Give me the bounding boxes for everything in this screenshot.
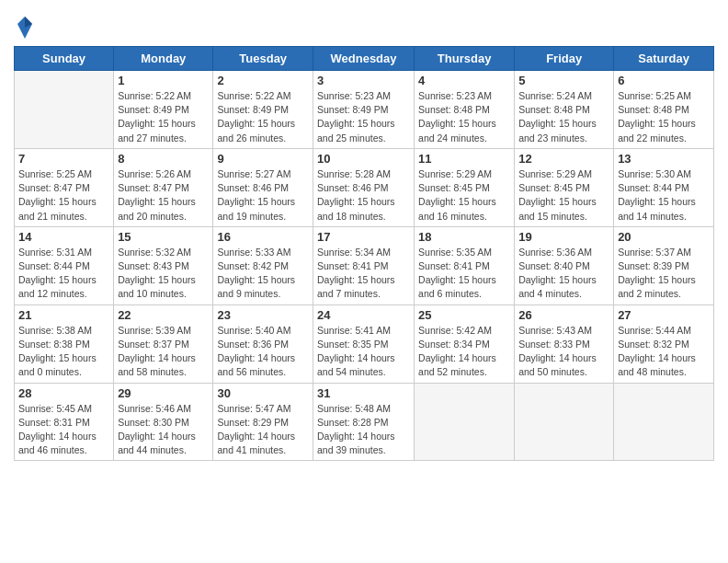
logo bbox=[14, 15, 38, 40]
day-info: Sunrise: 5:27 AM Sunset: 8:46 PM Dayligh… bbox=[217, 167, 309, 224]
day-info: Sunrise: 5:36 AM Sunset: 8:40 PM Dayligh… bbox=[518, 246, 609, 302]
day-number: 22 bbox=[118, 308, 209, 322]
calendar-cell: 2Sunrise: 5:22 AM Sunset: 8:49 PM Daylig… bbox=[213, 71, 313, 149]
calendar-cell: 20Sunrise: 5:37 AM Sunset: 8:39 PM Dayli… bbox=[614, 226, 714, 304]
calendar-header-row: SundayMondayTuesdayWednesdayThursdayFrid… bbox=[15, 47, 714, 71]
calendar-week-row: 1Sunrise: 5:22 AM Sunset: 8:49 PM Daylig… bbox=[15, 71, 714, 149]
calendar-cell: 26Sunrise: 5:43 AM Sunset: 8:33 PM Dayli… bbox=[515, 304, 614, 383]
calendar-cell: 10Sunrise: 5:28 AM Sunset: 8:46 PM Dayli… bbox=[313, 148, 414, 226]
calendar-cell: 1Sunrise: 5:22 AM Sunset: 8:49 PM Daylig… bbox=[114, 71, 213, 149]
calendar-week-row: 7Sunrise: 5:25 AM Sunset: 8:47 PM Daylig… bbox=[15, 148, 714, 226]
day-info: Sunrise: 5:41 AM Sunset: 8:35 PM Dayligh… bbox=[317, 324, 410, 380]
day-of-week-header: Sunday bbox=[15, 47, 114, 71]
day-number: 10 bbox=[317, 152, 410, 166]
day-of-week-header: Monday bbox=[114, 47, 213, 71]
day-info: Sunrise: 5:34 AM Sunset: 8:41 PM Dayligh… bbox=[317, 246, 410, 302]
day-number: 23 bbox=[217, 308, 309, 322]
day-info: Sunrise: 5:44 AM Sunset: 8:32 PM Dayligh… bbox=[618, 324, 710, 380]
day-number: 14 bbox=[18, 230, 109, 244]
calendar-week-row: 21Sunrise: 5:38 AM Sunset: 8:38 PM Dayli… bbox=[15, 304, 714, 383]
day-number: 3 bbox=[317, 74, 410, 87]
calendar-cell: 21Sunrise: 5:38 AM Sunset: 8:38 PM Dayli… bbox=[15, 304, 114, 383]
day-info: Sunrise: 5:42 AM Sunset: 8:34 PM Dayligh… bbox=[418, 324, 510, 380]
day-info: Sunrise: 5:28 AM Sunset: 8:46 PM Dayligh… bbox=[317, 167, 410, 224]
calendar-cell: 11Sunrise: 5:29 AM Sunset: 8:45 PM Dayli… bbox=[415, 148, 515, 226]
calendar-cell: 4Sunrise: 5:23 AM Sunset: 8:48 PM Daylig… bbox=[415, 71, 515, 149]
calendar-week-row: 28Sunrise: 5:45 AM Sunset: 8:31 PM Dayli… bbox=[15, 383, 714, 461]
day-of-week-header: Thursday bbox=[415, 47, 515, 71]
day-info: Sunrise: 5:29 AM Sunset: 8:45 PM Dayligh… bbox=[518, 167, 609, 224]
calendar-cell: 29Sunrise: 5:46 AM Sunset: 8:30 PM Dayli… bbox=[114, 383, 213, 461]
calendar-table: SundayMondayTuesdayWednesdayThursdayFrid… bbox=[14, 46, 714, 461]
calendar-cell: 14Sunrise: 5:31 AM Sunset: 8:44 PM Dayli… bbox=[15, 226, 114, 304]
day-of-week-header: Tuesday bbox=[213, 47, 313, 71]
calendar-cell bbox=[515, 383, 614, 461]
day-info: Sunrise: 5:25 AM Sunset: 8:48 PM Dayligh… bbox=[618, 89, 710, 145]
day-number: 31 bbox=[317, 386, 410, 400]
day-of-week-header: Saturday bbox=[614, 47, 714, 71]
day-number: 24 bbox=[317, 308, 410, 322]
day-info: Sunrise: 5:25 AM Sunset: 8:47 PM Dayligh… bbox=[18, 167, 109, 224]
day-info: Sunrise: 5:45 AM Sunset: 8:31 PM Dayligh… bbox=[18, 402, 109, 458]
day-info: Sunrise: 5:33 AM Sunset: 8:42 PM Dayligh… bbox=[217, 246, 309, 302]
calendar-cell: 24Sunrise: 5:41 AM Sunset: 8:35 PM Dayli… bbox=[313, 304, 414, 383]
day-info: Sunrise: 5:29 AM Sunset: 8:45 PM Dayligh… bbox=[418, 167, 510, 224]
calendar-cell: 8Sunrise: 5:26 AM Sunset: 8:47 PM Daylig… bbox=[114, 148, 213, 226]
day-info: Sunrise: 5:37 AM Sunset: 8:39 PM Dayligh… bbox=[618, 246, 710, 302]
day-number: 8 bbox=[118, 152, 209, 166]
calendar-cell: 5Sunrise: 5:24 AM Sunset: 8:48 PM Daylig… bbox=[515, 71, 614, 149]
day-info: Sunrise: 5:22 AM Sunset: 8:49 PM Dayligh… bbox=[217, 89, 309, 145]
day-number: 30 bbox=[217, 386, 309, 400]
day-number: 13 bbox=[618, 152, 710, 166]
day-number: 19 bbox=[518, 230, 609, 244]
day-number: 7 bbox=[18, 152, 109, 166]
calendar-week-row: 14Sunrise: 5:31 AM Sunset: 8:44 PM Dayli… bbox=[15, 226, 714, 304]
day-info: Sunrise: 5:23 AM Sunset: 8:49 PM Dayligh… bbox=[317, 89, 410, 145]
day-number: 5 bbox=[518, 74, 609, 87]
calendar-cell bbox=[15, 71, 114, 149]
calendar-cell: 3Sunrise: 5:23 AM Sunset: 8:49 PM Daylig… bbox=[313, 71, 414, 149]
calendar-cell: 30Sunrise: 5:47 AM Sunset: 8:29 PM Dayli… bbox=[213, 383, 313, 461]
day-number: 28 bbox=[18, 386, 109, 400]
day-number: 2 bbox=[217, 74, 309, 87]
day-number: 4 bbox=[418, 74, 510, 87]
day-number: 11 bbox=[418, 152, 510, 166]
day-number: 16 bbox=[217, 230, 309, 244]
day-number: 17 bbox=[317, 230, 410, 244]
page-header bbox=[14, 9, 714, 40]
day-of-week-header: Wednesday bbox=[313, 47, 414, 71]
day-info: Sunrise: 5:46 AM Sunset: 8:30 PM Dayligh… bbox=[118, 402, 209, 458]
day-info: Sunrise: 5:31 AM Sunset: 8:44 PM Dayligh… bbox=[18, 246, 109, 302]
day-number: 1 bbox=[118, 74, 209, 87]
day-info: Sunrise: 5:24 AM Sunset: 8:48 PM Dayligh… bbox=[518, 89, 609, 145]
calendar-cell: 7Sunrise: 5:25 AM Sunset: 8:47 PM Daylig… bbox=[15, 148, 114, 226]
day-number: 15 bbox=[118, 230, 209, 244]
day-number: 29 bbox=[118, 386, 209, 400]
day-number: 21 bbox=[18, 308, 109, 322]
day-info: Sunrise: 5:39 AM Sunset: 8:37 PM Dayligh… bbox=[118, 324, 209, 380]
day-number: 25 bbox=[418, 308, 510, 322]
day-number: 6 bbox=[618, 74, 710, 87]
calendar-cell bbox=[614, 383, 714, 461]
day-info: Sunrise: 5:30 AM Sunset: 8:44 PM Dayligh… bbox=[618, 167, 710, 224]
logo-icon bbox=[16, 15, 34, 40]
calendar-cell: 13Sunrise: 5:30 AM Sunset: 8:44 PM Dayli… bbox=[614, 148, 714, 226]
day-number: 9 bbox=[217, 152, 309, 166]
calendar-cell: 31Sunrise: 5:48 AM Sunset: 8:28 PM Dayli… bbox=[313, 383, 414, 461]
day-info: Sunrise: 5:47 AM Sunset: 8:29 PM Dayligh… bbox=[217, 402, 309, 458]
calendar-cell: 6Sunrise: 5:25 AM Sunset: 8:48 PM Daylig… bbox=[614, 71, 714, 149]
day-info: Sunrise: 5:48 AM Sunset: 8:28 PM Dayligh… bbox=[317, 402, 410, 458]
calendar-cell: 19Sunrise: 5:36 AM Sunset: 8:40 PM Dayli… bbox=[515, 226, 614, 304]
day-number: 20 bbox=[618, 230, 710, 244]
calendar-cell bbox=[415, 383, 515, 461]
day-info: Sunrise: 5:22 AM Sunset: 8:49 PM Dayligh… bbox=[118, 89, 209, 145]
day-info: Sunrise: 5:40 AM Sunset: 8:36 PM Dayligh… bbox=[217, 324, 309, 380]
day-info: Sunrise: 5:35 AM Sunset: 8:41 PM Dayligh… bbox=[418, 246, 510, 302]
calendar-cell: 15Sunrise: 5:32 AM Sunset: 8:43 PM Dayli… bbox=[114, 226, 213, 304]
calendar-cell: 28Sunrise: 5:45 AM Sunset: 8:31 PM Dayli… bbox=[15, 383, 114, 461]
calendar-cell: 23Sunrise: 5:40 AM Sunset: 8:36 PM Dayli… bbox=[213, 304, 313, 383]
day-info: Sunrise: 5:26 AM Sunset: 8:47 PM Dayligh… bbox=[118, 167, 209, 224]
calendar-cell: 27Sunrise: 5:44 AM Sunset: 8:32 PM Dayli… bbox=[614, 304, 714, 383]
calendar-cell: 18Sunrise: 5:35 AM Sunset: 8:41 PM Dayli… bbox=[415, 226, 515, 304]
day-number: 26 bbox=[518, 308, 609, 322]
